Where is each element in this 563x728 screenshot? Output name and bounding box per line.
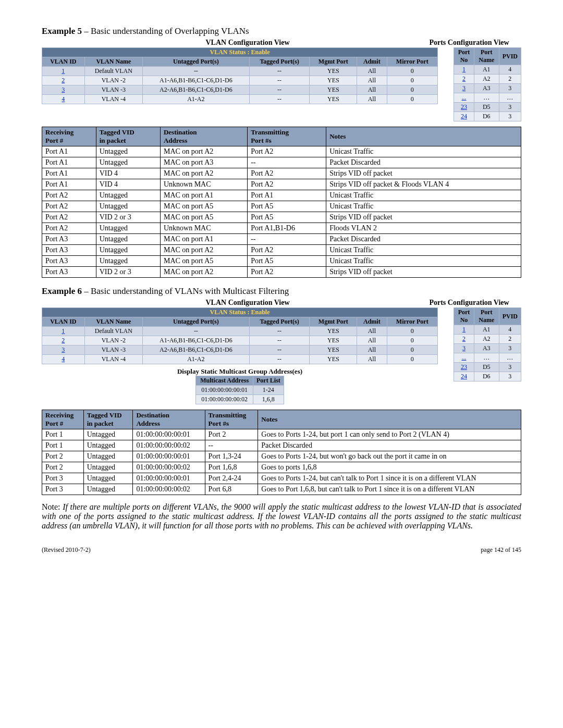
traffic-cell: Untagged [83,484,133,495]
traffic-cell: Untagged [83,440,133,451]
vlan-id-link[interactable]: 1 [62,67,65,75]
port-no-link[interactable]: 23 [461,363,467,371]
ex5-vlan-status: VLAN Status : Enable [42,48,438,57]
port-no-link[interactable]: 2 [462,335,466,342]
traffic-col-header: Notes [326,127,521,146]
traffic-cell: Untagged [83,451,133,462]
vlan-id-link[interactable]: 1 [62,327,65,335]
traffic-cell: Untagged [96,223,160,234]
vlan-id-link[interactable]: 3 [62,86,65,93]
traffic-cell: MAC on port A5 [160,256,247,267]
port-name-cell: D6 [474,372,499,381]
ports-row: ...…… [454,353,521,363]
vlan-id-link[interactable]: 2 [62,337,65,344]
traffic-cell: Unknown MAC [160,179,247,190]
mc-cell: 1-24 [253,386,284,395]
vlan-id-link[interactable]: 2 [62,77,65,84]
vlan-row: 1Default VLAN----YESAll0 [42,327,438,336]
port-no-cell: 3 [454,84,474,93]
vlan-untagged-cell: -- [143,327,249,336]
ports-row: ...…… [454,93,521,103]
traffic-cell: 01:00:00:00:00:02 [133,484,205,495]
port-no-link[interactable]: 24 [461,113,467,120]
traffic-row: Port 1Untagged01:00:00:00:00:01Port 2Goe… [42,429,521,440]
port-pvid-cell: 3 [499,84,521,93]
port-no-cell: 24 [454,112,474,121]
port-no-link[interactable]: 1 [462,66,466,73]
port-no-link[interactable]: 3 [462,344,466,352]
port-no-link[interactable]: 24 [461,373,467,380]
ex5-vlan-title: VLAN Configuration View [42,39,417,47]
port-no-link[interactable]: 2 [462,75,466,82]
traffic-row: Port A1UntaggedMAC on port A3--Packet Di… [42,157,521,168]
port-no-link[interactable]: 3 [462,84,466,92]
vlan-tagged-cell: -- [249,85,310,95]
port-no-cell: 23 [454,103,474,112]
example6-heading: Example 6 – Basic understanding of VLANs… [42,286,521,297]
port-name-cell: D5 [474,363,499,372]
traffic-col-header: TransmittingPort #s [205,410,258,429]
vlan-id-link[interactable]: 4 [62,95,65,103]
port-pvid-cell: 3 [499,344,521,353]
traffic-row: Port 3Untagged01:00:00:00:00:02Port 6,8G… [42,484,521,495]
traffic-row: Port 1Untagged01:00:00:00:00:02--Packet … [42,440,521,451]
ex6-vlan-table: VLAN Status : Enable VLAN IDVLAN NameUnt… [42,307,438,364]
mc-cell: 1,6,8 [253,395,284,404]
traffic-row: Port A1VID 4MAC on port A2Port A2Strips … [42,168,521,179]
port-name-cell: A1 [474,65,499,75]
vlan-col-header: VLAN ID [42,57,85,67]
traffic-cell: Port A5 [248,256,326,267]
vlan-untagged-cell: A1-A2 [143,355,249,364]
example5-heading-bold: Example 5 [42,26,82,36]
traffic-cell: Port A5 [248,201,326,212]
traffic-cell: MAC on port A2 [160,245,247,256]
vlan-admit-cell: All [357,85,387,95]
traffic-cell: Unicast Traffic [326,256,521,267]
traffic-cell: Packet Discarded [326,157,521,168]
vlan-id-cell: 4 [42,95,85,104]
vlan-id-link[interactable]: 3 [62,346,65,353]
traffic-cell: Packet Discarded [326,234,521,245]
vlan-name-cell: VLAN -4 [84,95,143,104]
vlan-name-cell: VLAN -2 [84,76,143,85]
port-name-cell: A1 [474,325,499,335]
traffic-row: Port A1UntaggedMAC on port A2Port A2Unic… [42,146,521,157]
ex6-ports-title: Ports Configuration View [417,299,521,307]
traffic-cell: Port A1 [42,179,96,190]
traffic-cell: Port A2 [42,201,96,212]
traffic-cell: Floods VLAN 2 [326,223,521,234]
example5-heading: Example 5 – Basic understanding of Overl… [42,26,521,36]
vlan-mgmt-cell: YES [310,336,357,346]
vlan-mgmt-cell: YES [310,355,357,364]
traffic-cell: Port 1 [42,429,84,440]
mc-row: 01:00:00:00:00:011-24 [196,386,284,395]
port-pvid-cell: 4 [499,65,521,75]
port-no-cell: 2 [454,335,474,344]
port-no-link[interactable]: 1 [462,326,466,333]
port-pvid-cell: 2 [499,335,521,344]
port-no-link[interactable]: 23 [461,103,467,110]
vlan-col-header: VLAN Name [84,317,143,327]
port-name-cell: A2 [474,75,499,84]
ports-row: 3A33 [454,84,521,93]
vlan-id-link[interactable]: 4 [62,355,65,363]
port-no-link[interactable]: ... [461,94,466,101]
vlan-id-cell: 3 [42,346,85,355]
port-no-cell: ... [454,93,474,103]
ports-col-header: Port Name [474,308,499,325]
traffic-row: Port A2VID 2 or 3MAC on port A5Port A5St… [42,212,521,223]
note-body: If there are multiple ports on different… [42,502,521,530]
traffic-cell: 01:00:00:00:00:01 [133,473,205,484]
mc-col-header: Port List [253,376,284,386]
traffic-cell: Port A3 [42,256,96,267]
port-pvid-cell: 2 [499,75,521,84]
mc-cell: 01:00:00:00:00:01 [196,386,253,395]
vlan-id-cell: 3 [42,85,85,95]
traffic-cell: Goes to Ports 1-24, but port 1 can only … [258,429,521,440]
ports-row: 3A33 [454,344,521,353]
vlan-tagged-cell: -- [249,76,310,85]
traffic-cell: MAC on port A5 [160,201,247,212]
vlan-mirror-cell: 0 [387,346,438,355]
traffic-cell: Port A1 [42,157,96,168]
port-no-link[interactable]: ... [461,354,466,361]
